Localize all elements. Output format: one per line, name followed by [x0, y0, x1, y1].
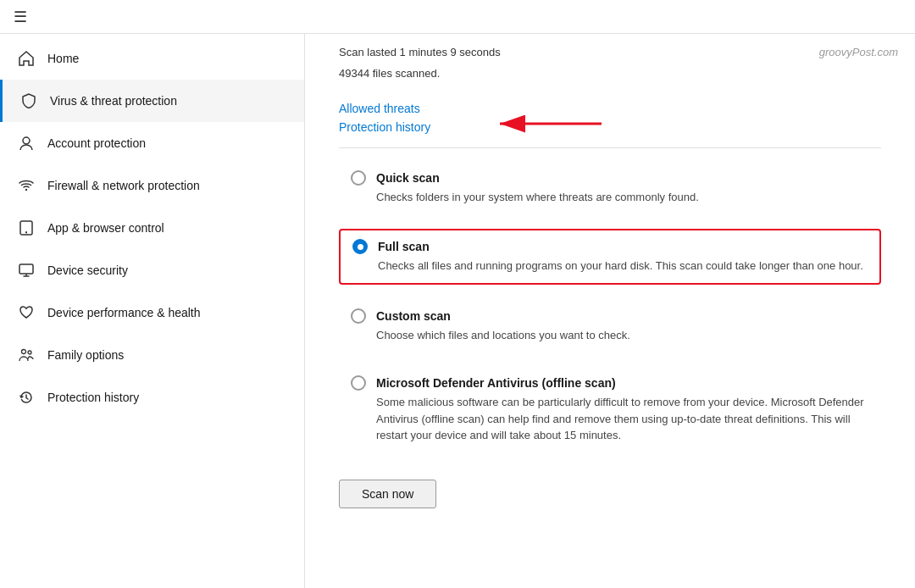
family-icon: [17, 346, 36, 364]
scan-info-line1: Scan lasted 1 minutes 9 seconds: [339, 44, 881, 62]
offline-scan-desc: Some malicious software can be particula…: [376, 394, 869, 444]
divider: [339, 147, 881, 148]
hamburger-icon[interactable]: ☰: [14, 8, 27, 26]
scan-info-line2: 49344 files scanned.: [339, 65, 881, 83]
quick-scan-option[interactable]: Quick scan Checks folders in your system…: [339, 162, 881, 214]
heart-icon: [17, 303, 36, 322]
sidebar-item-firewall-label: Firewall & network protection: [47, 179, 200, 192]
svg-rect-4: [19, 264, 33, 274]
sidebar-item-device-security-label: Device security: [47, 263, 128, 277]
home-icon: [17, 49, 36, 68]
sidebar-item-home[interactable]: Home: [0, 37, 304, 80]
sidebar-item-device-health[interactable]: Device performance & health: [0, 291, 304, 334]
sidebar-item-protection-history[interactable]: Protection history: [0, 376, 304, 419]
history-icon: [17, 388, 36, 407]
offline-scan-option[interactable]: Microsoft Defender Antivirus (offline sc…: [339, 367, 881, 452]
allowed-threats-link[interactable]: Allowed threats: [339, 102, 881, 115]
sidebar-item-app-label: App & browser control: [47, 221, 164, 235]
monitor-icon: [17, 261, 36, 280]
svg-point-7: [22, 350, 26, 354]
scan-now-button[interactable]: Scan now: [339, 480, 436, 508]
sidebar-item-protection-history-label: Protection history: [47, 391, 139, 404]
shield-icon: [19, 92, 38, 110]
full-scan-header: Full scan: [352, 239, 868, 254]
top-bar: ☰: [0, 0, 915, 34]
sidebar-item-family[interactable]: Family options: [0, 334, 304, 376]
tablet-icon: [17, 219, 36, 237]
custom-scan-radio[interactable]: [351, 308, 366, 324]
watermark: groovyPost.com: [819, 46, 898, 58]
sidebar-item-family-label: Family options: [47, 348, 124, 362]
custom-scan-option[interactable]: Custom scan Choose which files and locat…: [339, 300, 881, 352]
quick-scan-radio[interactable]: [351, 170, 366, 186]
full-scan-title: Full scan: [378, 240, 430, 253]
content-inner: Scan lasted 1 minutes 9 seconds 49344 fi…: [305, 34, 915, 534]
full-scan-desc: Checks all files and running programs on…: [378, 258, 868, 275]
wifi-icon: [17, 176, 36, 195]
full-scan-radio[interactable]: [352, 239, 368, 254]
sidebar: Home Virus & threat protection Account p…: [0, 34, 305, 588]
offline-scan-title: Microsoft Defender Antivirus (offline sc…: [376, 376, 616, 390]
sidebar-item-account-label: Account protection: [47, 136, 146, 150]
sidebar-item-device-security[interactable]: Device security: [0, 249, 304, 291]
protection-history-link[interactable]: Protection history: [339, 120, 881, 134]
sidebar-item-app[interactable]: App & browser control: [0, 207, 304, 249]
scan-options: Quick scan Checks folders in your system…: [339, 162, 881, 452]
sidebar-item-account[interactable]: Account protection: [0, 122, 304, 164]
full-scan-option[interactable]: Full scan Checks all files and running p…: [339, 229, 881, 285]
main-container: Home Virus & threat protection Account p…: [0, 34, 915, 588]
custom-scan-header: Custom scan: [351, 308, 869, 324]
content-area: groovyPost.com Scan lasted 1 minutes 9 s…: [305, 34, 915, 588]
svg-point-1: [25, 189, 27, 191]
sidebar-item-device-health-label: Device performance & health: [47, 306, 201, 319]
person-icon: [17, 134, 36, 153]
quick-scan-header: Quick scan: [351, 170, 869, 186]
sidebar-item-home-label: Home: [47, 52, 79, 65]
offline-scan-radio[interactable]: [351, 375, 366, 391]
custom-scan-title: Custom scan: [376, 309, 451, 323]
svg-point-0: [23, 137, 30, 144]
sidebar-item-virus[interactable]: Virus & threat protection: [0, 80, 304, 122]
quick-scan-desc: Checks folders in your system where thre…: [376, 189, 869, 206]
sidebar-item-virus-label: Virus & threat protection: [50, 94, 177, 108]
svg-point-8: [28, 351, 31, 354]
custom-scan-desc: Choose which files and locations you wan…: [376, 327, 869, 344]
offline-scan-header: Microsoft Defender Antivirus (offline sc…: [351, 375, 869, 391]
quick-scan-title: Quick scan: [376, 171, 440, 185]
sidebar-item-firewall[interactable]: Firewall & network protection: [0, 164, 304, 207]
